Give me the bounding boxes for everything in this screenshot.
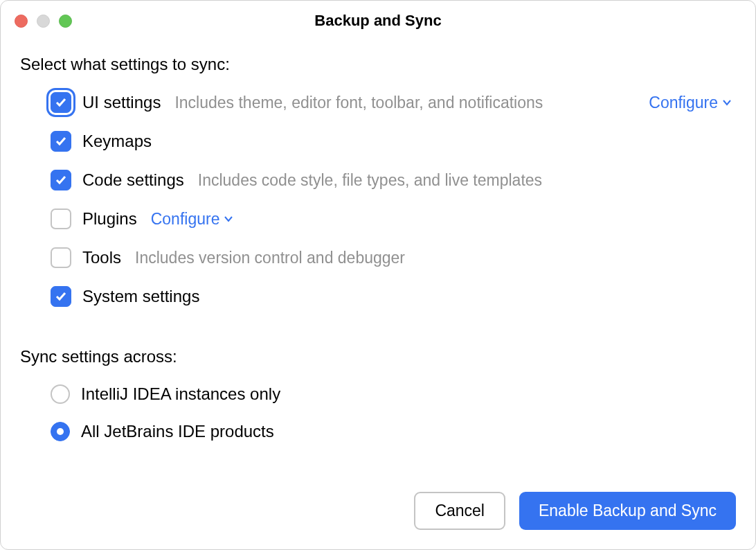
tools-checkbox[interactable] (51, 247, 71, 268)
option-system-settings-row: System settings (20, 286, 736, 307)
sync-settings-label: Select what settings to sync: (20, 55, 736, 74)
ui-settings-label: UI settings (82, 93, 161, 112)
system-settings-checkbox[interactable] (51, 286, 71, 307)
check-icon (55, 174, 67, 186)
code-settings-desc: Includes code style, file types, and liv… (198, 171, 542, 190)
keymaps-checkbox[interactable] (51, 131, 71, 152)
all-products-radio[interactable] (51, 422, 70, 441)
tools-desc: Includes version control and debugger (135, 249, 405, 267)
configure-label: Configure (649, 94, 718, 112)
window-controls (15, 15, 72, 28)
check-icon (55, 290, 67, 303)
check-icon (55, 135, 67, 148)
plugins-configure-link[interactable]: Configure (151, 210, 234, 229)
ui-settings-checkbox[interactable] (51, 92, 71, 113)
titlebar: Backup and Sync (1, 1, 755, 38)
check-icon (55, 96, 67, 109)
chevron-down-icon (224, 214, 233, 224)
instances-only-label: IntelliJ IDEA instances only (81, 384, 280, 404)
dialog-content: Select what settings to sync: UI setting… (1, 38, 755, 549)
option-code-settings-row: Code settings Includes code style, file … (20, 170, 736, 190)
option-keymaps-row: Keymaps (20, 131, 736, 152)
radio-instances-row: IntelliJ IDEA instances only (20, 384, 736, 404)
plugins-label: Plugins (82, 209, 137, 229)
minimize-window-button[interactable] (37, 15, 50, 28)
all-products-label: All JetBrains IDE products (81, 422, 274, 441)
radio-dot-icon (57, 428, 64, 435)
option-plugins-row: Plugins Configure (20, 209, 736, 229)
chevron-down-icon (722, 98, 732, 107)
dialog-footer: Cancel Enable Backup and Sync (20, 478, 736, 530)
sync-across-label: Sync settings across: (20, 347, 736, 366)
keymaps-label: Keymaps (82, 132, 152, 151)
ui-settings-configure-link[interactable]: Configure (649, 94, 736, 112)
window-title: Backup and Sync (15, 12, 741, 30)
instances-only-radio[interactable] (51, 384, 70, 404)
radio-all-products-row: All JetBrains IDE products (20, 422, 736, 441)
code-settings-checkbox[interactable] (51, 170, 71, 190)
option-ui-settings-row: UI settings Includes theme, editor font,… (20, 92, 736, 113)
cancel-button[interactable]: Cancel (414, 492, 505, 530)
ui-settings-desc: Includes theme, editor font, toolbar, an… (174, 94, 543, 112)
configure-label: Configure (151, 210, 220, 229)
maximize-window-button[interactable] (59, 15, 72, 28)
code-settings-label: Code settings (82, 170, 184, 190)
system-settings-label: System settings (82, 287, 199, 306)
enable-backup-sync-button[interactable]: Enable Backup and Sync (519, 492, 736, 530)
tools-label: Tools (82, 248, 121, 267)
close-window-button[interactable] (15, 15, 28, 28)
option-tools-row: Tools Includes version control and debug… (20, 247, 736, 268)
plugins-checkbox[interactable] (51, 209, 71, 229)
